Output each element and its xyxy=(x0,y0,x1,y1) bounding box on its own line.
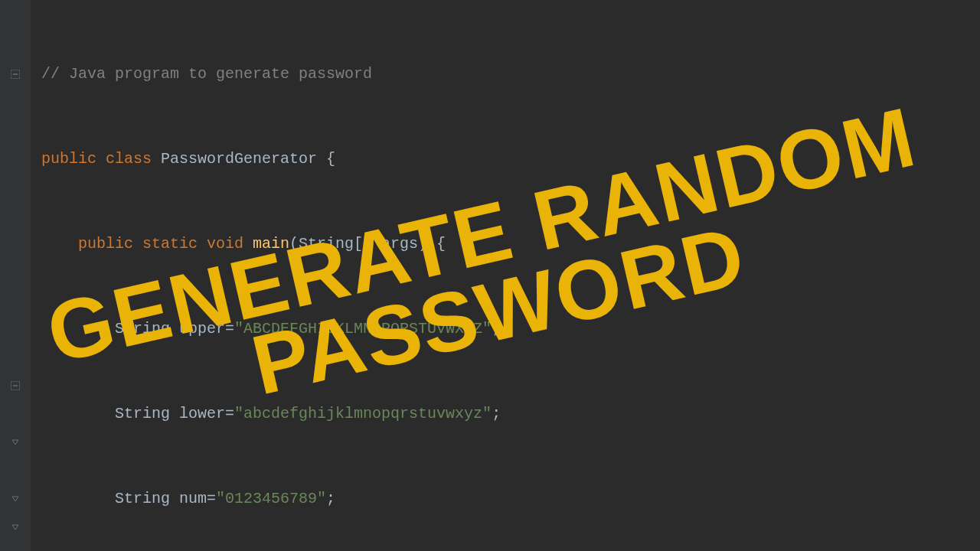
code-line: public static void main(String[] args) { xyxy=(41,230,972,258)
code-area[interactable]: // Java program to generate password pub… xyxy=(31,0,980,551)
code-line: String upper="ABCDEFGHIJKLMNOPQRSTUVWXYZ… xyxy=(41,315,972,343)
gutter xyxy=(0,0,31,551)
fold-minus-icon[interactable] xyxy=(0,371,31,399)
fold-close-icon[interactable] xyxy=(0,513,31,541)
code-line: // Java program to generate password xyxy=(41,60,972,88)
code-line: public class PasswordGenerator { xyxy=(41,145,972,173)
fold-close-icon[interactable] xyxy=(0,484,31,513)
code-editor[interactable]: // Java program to generate password pub… xyxy=(0,0,980,551)
fold-close-icon[interactable] xyxy=(0,428,31,456)
code-line: String num="0123456789"; xyxy=(41,484,972,513)
fold-minus-icon[interactable] xyxy=(0,60,31,88)
code-line: String lower="abcdefghijklmnopqrstuvwxyz… xyxy=(41,399,972,428)
